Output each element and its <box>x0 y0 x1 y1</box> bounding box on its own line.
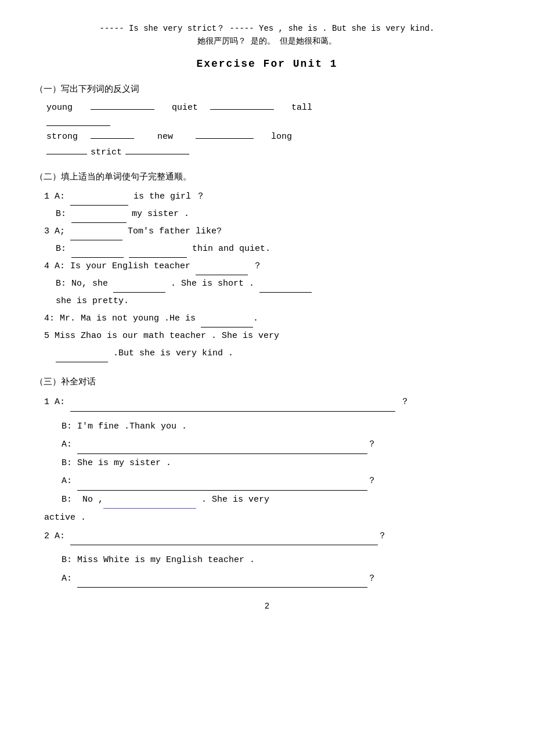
blank-3-1b3 <box>103 499 196 509</box>
blank-4a1 <box>196 266 248 275</box>
blank-3-1a <box>70 402 395 412</box>
s3-1b3: B: No , . She is very <box>62 491 499 509</box>
blank-3-1a3 <box>77 481 367 491</box>
section-1-header: （一）写出下列词的反义词 <box>35 84 499 95</box>
blank-1a1 <box>70 196 128 206</box>
s2-q5b: .But she is very kind . <box>56 345 499 362</box>
blank-new <box>196 129 254 139</box>
s3-1a2: A: ？ <box>62 435 499 454</box>
intro-chinese: 她很严厉吗？ 是的。 但是她很和蔼。 <box>35 36 499 46</box>
blank-3b1 <box>71 249 124 258</box>
section-1: （一）写出下列词的反义词 young quiet tall strong new… <box>35 84 499 157</box>
tom-text: Tom <box>128 226 143 236</box>
word-strict: strict <box>91 147 122 157</box>
blank-young <box>91 100 154 110</box>
section-3: （三）补全对话 1 A: ？ B: I'm fine .Thank you . … <box>35 376 499 588</box>
s2-q1a: 1 A: is the girl ？ <box>44 188 499 206</box>
s3-1b2: B: She is my sister . <box>62 454 499 473</box>
blank-3a1 <box>70 231 122 240</box>
blank-3-1a2 <box>77 445 367 454</box>
page-number: 2 <box>35 602 499 611</box>
blank-3-2a <box>70 536 378 545</box>
word-strong: strong <box>46 132 87 142</box>
blank-3b2 <box>129 249 187 258</box>
blank-4b2 <box>259 283 312 293</box>
s2-q5a: 5 Miss Zhao is our math teacher . She is… <box>44 327 499 345</box>
s3-2b1: B: Miss White is my English teacher . <box>62 551 499 570</box>
s3-2a: 2 A: ？ <box>44 527 499 546</box>
s2-q1b: B: my sister . <box>56 206 499 223</box>
blank-1b1 <box>71 214 127 223</box>
s3-1a3: A: ？ <box>62 472 499 491</box>
s2-q4b: B: No, she . She is short . <box>56 275 499 293</box>
s2-q4a: 4 A: Is your English teacher ？ <box>44 258 499 275</box>
exercise-title: Exercise For Unit 1 <box>35 58 499 70</box>
s2-q4c: 4: Mr. Ma is not young .He is . <box>44 310 499 327</box>
s3-1a: 1 A: ？ <box>44 393 499 412</box>
blank-strong <box>91 129 134 139</box>
blank-tall <box>46 117 110 126</box>
blank-long <box>46 145 87 154</box>
blank-quiet <box>210 100 274 110</box>
s2-q3b: B: thin and quiet. <box>56 240 499 258</box>
s2-q4b-cont: she is pretty. <box>56 293 499 310</box>
section-2: （二）填上适当的单词使句子完整通顺。 1 A: is the girl ？ B:… <box>35 171 499 362</box>
blank-4c1 <box>201 318 253 327</box>
intro-english: ----- Is she very strict？ ----- Yes , sh… <box>35 23 499 34</box>
s3-1-active: active . <box>44 509 499 527</box>
s3-2a2: A: ？ <box>62 570 499 588</box>
s3-1b1: B: I'm fine .Thank you . <box>62 417 499 436</box>
section-2-header: （二）填上适当的单词使句子完整通顺。 <box>35 171 499 182</box>
blank-5b1 <box>56 353 108 362</box>
section-3-header: （三）补全对话 <box>35 376 499 387</box>
blank-strict <box>125 145 189 154</box>
blank-3-2a2 <box>77 578 367 588</box>
blank-4b1 <box>113 283 165 293</box>
intro-section: ----- Is she very strict？ ----- Yes , sh… <box>35 23 499 46</box>
s2-q3a: 3 A; Tom's father like? <box>44 223 499 240</box>
word-young: young <box>46 103 87 113</box>
